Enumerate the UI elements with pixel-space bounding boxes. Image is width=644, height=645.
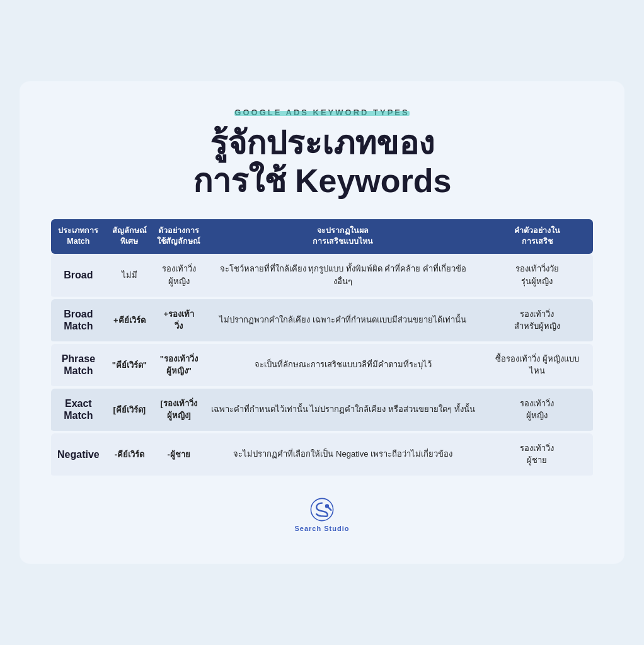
col-symbol: สัญลักษณ์พิเศษ bbox=[106, 219, 153, 254]
table-row: PhraseMatch "คีย์เวิร์ด" "รองเท้าวิ่งผู้… bbox=[51, 344, 593, 389]
symbol-cell: +คีย์เวิร์ด bbox=[106, 299, 153, 344]
symbol-cell: [คีย์เวิร์ด] bbox=[106, 389, 153, 433]
example-cell: [รองเท้าวิ่งผู้หญิง] bbox=[153, 389, 205, 433]
col-example: ตัวอย่างการใช้สัญลักษณ์ bbox=[153, 219, 205, 254]
match-type-cell: Negative bbox=[51, 433, 106, 478]
result-cell: รองเท้าวิ่งผู้ชาย bbox=[481, 433, 593, 478]
match-type-cell: ExactMatch bbox=[51, 389, 106, 433]
logo-text: Search Studio bbox=[295, 525, 350, 532]
table-row: Negative -คีย์เวิร์ด -ผู้ชาย จะไม่ปรากฏค… bbox=[51, 433, 593, 478]
keyword-table: ประเภทการMatch สัญลักษณ์พิเศษ ตัวอย่างกา… bbox=[51, 219, 593, 478]
match-type-cell: BroadMatch bbox=[51, 299, 106, 344]
main-card: GOOGLE ADS KEYWORD TYPES รู้จักประเภทของ… bbox=[20, 81, 624, 564]
desc-cell: ไม่ปรากฏพวกคำใกล้เคียง เฉพาะคำที่กำหนดแบ… bbox=[205, 299, 481, 344]
col-result: คำตัวอย่างในการเสริช bbox=[481, 219, 593, 254]
search-studio-icon bbox=[309, 497, 335, 522]
header-section: GOOGLE ADS KEYWORD TYPES รู้จักประเภทของ… bbox=[51, 106, 593, 200]
logo-container: Search Studio bbox=[51, 497, 593, 532]
footer-section: Search Studio bbox=[51, 497, 593, 532]
table-header-row: ประเภทการMatch สัญลักษณ์พิเศษ ตัวอย่างกา… bbox=[51, 219, 593, 254]
symbol-cell: "คีย์เวิร์ด" bbox=[106, 344, 153, 389]
result-cell: รองเท้าวิ่งผู้หญิง bbox=[481, 389, 593, 433]
result-cell: รองเท้าวิ่งวัยรุ่นผู้หญิง bbox=[481, 254, 593, 299]
col-desc: จะปรากฏในผลการเสริชแบบไหน bbox=[205, 219, 481, 254]
result-cell: รองเท้าวิ่งสำหรับผู้หญิง bbox=[481, 299, 593, 344]
table-row: ExactMatch [คีย์เวิร์ด] [รองเท้าวิ่งผู้ห… bbox=[51, 389, 593, 433]
col-match-type: ประเภทการMatch bbox=[51, 219, 106, 254]
example-cell: +รองเท้าวิ่ง bbox=[153, 299, 205, 344]
result-cell: ซื้อรองเท้าวิ่ง ผู้หญิงแบบไหน bbox=[481, 344, 593, 389]
match-type-cell: PhraseMatch bbox=[51, 344, 106, 389]
main-title: รู้จักประเภทของ การใช้ Keywords bbox=[51, 125, 593, 200]
symbol-cell: -คีย์เวิร์ด bbox=[106, 433, 153, 478]
desc-cell: เฉพาะคำที่กำหนดไว้เท่านั้น ไม่ปรากฏคำใกล… bbox=[205, 389, 481, 433]
symbol-cell: ไม่มี bbox=[106, 254, 153, 299]
example-cell: -ผู้ชาย bbox=[153, 433, 205, 478]
desc-cell: จะเป็นที่ลักษณะการเสริชแบบวลีที่มีคำตามท… bbox=[205, 344, 481, 389]
svg-line-2 bbox=[328, 508, 331, 510]
match-type-cell: Broad bbox=[51, 254, 106, 299]
table-row: BroadMatch +คีย์เวิร์ด +รองเท้าวิ่ง ไม่ป… bbox=[51, 299, 593, 344]
example-cell: "รองเท้าวิ่งผู้หญิง" bbox=[153, 344, 205, 389]
subtitle-text: GOOGLE ADS KEYWORD TYPES bbox=[234, 108, 409, 116]
desc-cell: จะโชว์หลายที่ที่ใกล้เคียง ทุกรูปแบบ ทั้ง… bbox=[205, 254, 481, 299]
desc-cell: จะไม่ปรากฏคำที่เลือกให้เป็น Negative เพร… bbox=[205, 433, 481, 478]
table-row: Broad ไม่มี รองเท้าวิ่งผู้หญิง จะโชว์หลา… bbox=[51, 254, 593, 299]
example-cell: รองเท้าวิ่งผู้หญิง bbox=[153, 254, 205, 299]
